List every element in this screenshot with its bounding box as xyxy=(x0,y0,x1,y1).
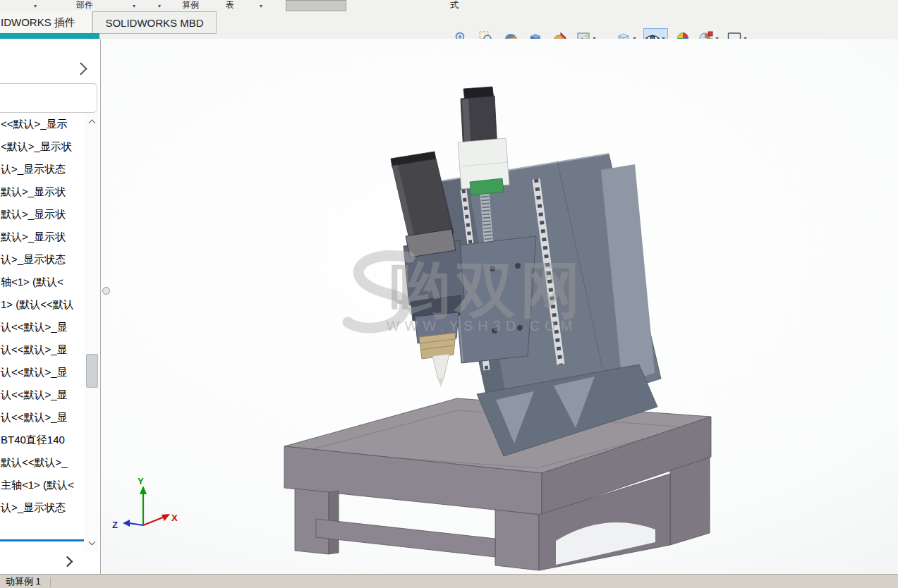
panel-expand-chevron[interactable] xyxy=(74,62,87,75)
chevron-down-icon xyxy=(88,538,95,545)
z-axis-motor xyxy=(458,87,509,195)
featuremanager-header-box xyxy=(0,83,97,113)
tab-solidworks-addins[interactable]: IDWORKS 插件 xyxy=(0,11,92,34)
tab-solidworks-mbd[interactable]: SOLIDWORKS MBD xyxy=(92,11,217,34)
spindle-motor xyxy=(391,152,456,257)
feature-tree-item[interactable]: 认<<默认>_显 xyxy=(0,384,84,406)
chevron-up-icon xyxy=(88,119,95,126)
feature-tree-item[interactable]: 认<<默认>_显 xyxy=(0,406,84,429)
z-axis-label: Z xyxy=(112,520,118,530)
scroll-thumb[interactable] xyxy=(86,354,98,388)
feature-tree-item[interactable]: 主轴<1> (默认< xyxy=(0,474,84,496)
watermark-url: WWW.YSH3D.COM xyxy=(387,318,578,333)
feature-tree-item[interactable]: 1> (默认<<默认 xyxy=(0,293,84,316)
scroll-down-button[interactable] xyxy=(84,534,99,549)
feature-tree: <<默认>_显示<默认>_显示状认>_显示状态默认>_显示状默认>_显示状默认>… xyxy=(0,113,84,519)
ribbon-tab-item[interactable]: 式 xyxy=(450,0,459,11)
dropdown-caret-icon[interactable]: ▾ xyxy=(158,0,161,11)
orientation-triad: Y X Z xyxy=(112,476,178,530)
watermark-title: 哟双网 xyxy=(390,256,585,324)
watermark: 哟双网 WWW.YSH3D.COM xyxy=(348,255,585,333)
tab-label: IDWORKS 插件 xyxy=(1,16,75,30)
feature-tree-item[interactable]: 认>_显示状态 xyxy=(0,496,84,519)
feature-tree-item[interactable]: 认<<默认>_显 xyxy=(0,361,84,384)
feature-tree-item[interactable]: 默认>_显示状 xyxy=(0,226,84,248)
feature-tree-item[interactable]: 认<<默认>_显 xyxy=(0,338,84,361)
commandmanager-tab-bar: IDWORKS 插件 SOLIDWORKS MBD ▾ xyxy=(0,11,898,39)
y-axis-label: Y xyxy=(138,476,144,486)
y-axis-arrow xyxy=(140,486,147,494)
feature-tree-item[interactable]: 认<<默认>_显 xyxy=(0,316,84,338)
panel-splitter-handle[interactable] xyxy=(102,287,110,295)
motion-study-tab[interactable]: 动算例 1 xyxy=(6,575,41,588)
feature-tree-item[interactable]: <默认>_显示状 xyxy=(0,135,84,158)
dropdown-caret-icon[interactable]: ▾ xyxy=(133,0,135,11)
panel-selection-divider xyxy=(0,539,84,541)
dropdown-caret-icon[interactable]: ▾ xyxy=(260,0,262,11)
scroll-up-button[interactable] xyxy=(84,116,99,130)
graphics-area[interactable]: 哟双网 WWW.YSH3D.COM Y X Z xyxy=(101,39,898,574)
feature-tree-item[interactable]: 轴<1> (默认< xyxy=(0,271,84,293)
feature-tree-item[interactable]: 认>_显示状态 xyxy=(0,158,84,180)
featuremanager-panel: <<默认>_显示<默认>_显示状认>_显示状态默认>_显示状默认>_显示状默认>… xyxy=(0,39,101,574)
feature-tree-item[interactable]: 默认<<默认>_ xyxy=(0,451,84,474)
ribbon-tab-item[interactable]: 部件 xyxy=(76,0,93,11)
model-canvas[interactable]: 哟双网 WWW.YSH3D.COM Y X Z xyxy=(101,39,898,574)
panel-bottom-chevron[interactable] xyxy=(62,556,73,568)
dropdown-caret-icon[interactable]: ▾ xyxy=(34,0,37,11)
status-separator xyxy=(50,577,51,587)
feature-tree-item[interactable]: 认>_显示状态 xyxy=(0,248,84,271)
ribbon-tab-item[interactable]: 表 xyxy=(226,0,234,11)
status-bar: 动算例 1 xyxy=(0,574,898,588)
feature-tree-item[interactable]: <<默认>_显示 xyxy=(0,113,84,135)
tab-label: SOLIDWORKS MBD xyxy=(105,17,203,29)
panel-accent-strip xyxy=(0,33,99,39)
tree-scrollbar[interactable] xyxy=(84,113,99,551)
solidworks-window: ▾部件▾▾算例表▾式 IDWORKS 插件 SOLIDWORKS MBD xyxy=(0,0,898,588)
ribbon-tab-item[interactable]: 算例 xyxy=(182,0,199,11)
ribbon-active-button[interactable] xyxy=(286,0,346,11)
x-axis-label: X xyxy=(171,513,178,523)
ribbon-strip: ▾部件▾▾算例表▾式 xyxy=(0,0,898,12)
feature-tree-item[interactable]: 默认>_显示状 xyxy=(0,203,84,226)
z-axis-arrow xyxy=(123,520,130,527)
feature-tree-item[interactable]: 默认>_显示状 xyxy=(0,180,84,203)
x-axis-arrow xyxy=(162,514,170,521)
feature-tree-item[interactable]: BT40直径140 xyxy=(0,429,84,451)
